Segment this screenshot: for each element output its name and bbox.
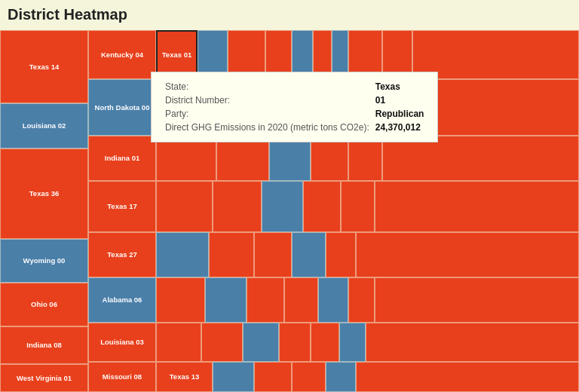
cell-r5c6[interactable]	[356, 232, 579, 277]
cell-texas13[interactable]: Texas 13	[156, 362, 213, 392]
cell-indiana08[interactable]: Indiana 08	[0, 326, 88, 364]
cell-r1c8[interactable]	[313, 30, 332, 79]
cell-r8c4[interactable]	[292, 362, 326, 392]
cell-alabama06[interactable]: Alabama 06	[88, 277, 156, 323]
cell-r7c6[interactable]	[339, 323, 366, 362]
cell-r5c5[interactable]	[326, 232, 356, 277]
cell-r8c3[interactable]	[254, 362, 292, 392]
cell-r3c6[interactable]	[382, 136, 579, 181]
cell-r1c4[interactable]	[198, 30, 228, 79]
cell-r3c5[interactable]	[348, 136, 382, 181]
cell-r1c6[interactable]	[265, 30, 292, 79]
cell-r7c2[interactable]	[201, 323, 243, 362]
cell-r4c2[interactable]	[213, 181, 262, 232]
cell-westvirginia01[interactable]: West Virginia 01	[0, 364, 88, 392]
cell-wyoming00[interactable]: Wyoming 00	[0, 239, 88, 283]
cell-r6c5[interactable]	[318, 277, 348, 323]
cell-r5c3[interactable]	[254, 232, 292, 277]
cell-r7c4[interactable]	[279, 323, 311, 362]
page-title: District Heatmap	[0, 0, 579, 30]
cell-r2c1[interactable]	[156, 79, 231, 136]
cell-r6c4[interactable]	[284, 277, 318, 323]
cell-r5c4[interactable]	[292, 232, 326, 277]
cell-r2c5[interactable]	[348, 79, 378, 136]
cell-r2c2[interactable]	[231, 79, 277, 136]
cell-r4c4[interactable]	[303, 181, 341, 232]
cell-r6c1[interactable]	[156, 277, 205, 323]
cell-r8c5[interactable]	[326, 362, 356, 392]
cell-r7c5[interactable]	[311, 323, 339, 362]
cell-indiana01[interactable]: Indiana 01	[88, 136, 156, 181]
cell-ohio06[interactable]: Ohio 06	[0, 283, 88, 326]
cell-r1c12[interactable]	[412, 30, 579, 79]
heatmap-container: Texas 14 Louisiana 02 Texas 36 Wyoming 0…	[0, 30, 579, 392]
cell-r2c4[interactable]	[314, 79, 348, 136]
cell-r1c5[interactable]	[228, 30, 265, 79]
cell-louisiana02[interactable]: Louisiana 02	[0, 103, 88, 149]
cell-r3c2[interactable]	[216, 136, 269, 181]
cell-texas01[interactable]: Texas 01	[156, 30, 198, 79]
cell-r4c3[interactable]	[262, 181, 303, 232]
cell-r1c10[interactable]	[348, 30, 382, 79]
cell-texas14[interactable]: Texas 14	[0, 30, 88, 103]
cell-louisiana03[interactable]: Louisiana 03	[88, 323, 156, 362]
cell-r4c1[interactable]	[156, 181, 213, 232]
cell-r5c2[interactable]	[209, 232, 254, 277]
cell-r7c7[interactable]	[366, 323, 579, 362]
cell-r4c6[interactable]	[375, 181, 579, 232]
cell-kentucky04[interactable]: Kentucky 04	[88, 30, 156, 79]
cell-r3c4[interactable]	[311, 136, 348, 181]
cell-northdakota00[interactable]: North Dakota 00	[88, 79, 156, 136]
cell-texas36[interactable]: Texas 36	[0, 149, 88, 239]
cell-r6c6[interactable]	[348, 277, 375, 323]
cell-r5c1[interactable]	[156, 232, 209, 277]
cell-r3c3[interactable]	[269, 136, 311, 181]
cell-r1c7[interactable]	[292, 30, 313, 79]
cell-texas17[interactable]: Texas 17	[88, 181, 156, 232]
cell-r7c3[interactable]	[243, 323, 279, 362]
cell-r2c6[interactable]	[378, 79, 579, 136]
cell-r6c7[interactable]	[375, 277, 579, 323]
cell-r7c1[interactable]	[156, 323, 201, 362]
cell-r3c1[interactable]	[156, 136, 216, 181]
cell-r1c9[interactable]	[332, 30, 348, 79]
cell-r8c2[interactable]	[213, 362, 254, 392]
cell-r8c6[interactable]	[356, 362, 579, 392]
cell-missouri08[interactable]: Missouri 08	[88, 362, 156, 392]
cell-r2c3[interactable]	[277, 79, 314, 136]
cell-r6c2[interactable]	[205, 277, 247, 323]
cell-r4c5[interactable]	[341, 181, 375, 232]
cell-r1c11[interactable]	[382, 30, 412, 79]
cell-r6c3[interactable]	[247, 277, 284, 323]
cell-texas27[interactable]: Texas 27	[88, 232, 156, 277]
